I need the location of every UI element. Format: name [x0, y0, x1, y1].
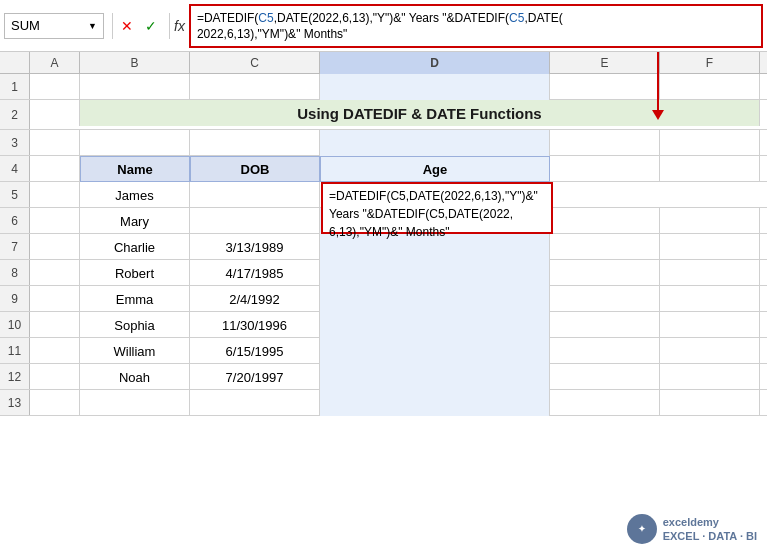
cell-a9[interactable]: [30, 286, 80, 312]
cell-f3[interactable]: [660, 130, 760, 156]
cell-c3[interactable]: [190, 130, 320, 156]
row-13: 13: [0, 390, 767, 416]
col-header-b[interactable]: B: [80, 52, 190, 74]
cell-d1[interactable]: [320, 74, 550, 100]
dob-noah: 7/20/1997: [226, 370, 284, 385]
cell-a11[interactable]: [30, 338, 80, 364]
name-emma: Emma: [116, 292, 154, 307]
cell-a3[interactable]: [30, 130, 80, 156]
cell-f6[interactable]: [660, 208, 760, 234]
cell-a8[interactable]: [30, 260, 80, 286]
cell-e1[interactable]: [550, 74, 660, 100]
cell-f4[interactable]: [660, 156, 760, 182]
watermark-icon: ✦: [638, 524, 646, 534]
cell-e10[interactable]: [550, 312, 660, 338]
cell-name-header[interactable]: Name: [80, 156, 190, 182]
row-num-2: 2: [0, 100, 30, 129]
cell-f12[interactable]: [660, 364, 760, 390]
watermark-line2: EXCEL · DATA · BI: [663, 529, 757, 543]
cell-name-james[interactable]: James: [80, 182, 190, 208]
cell-a10[interactable]: [30, 312, 80, 338]
cell-name-william[interactable]: William: [80, 338, 190, 364]
column-headers: A B C D E F: [0, 52, 767, 74]
cell-a7[interactable]: [30, 234, 80, 260]
cell-d8[interactable]: [320, 260, 550, 286]
col-header-a[interactable]: A: [30, 52, 80, 74]
cell-f13[interactable]: [660, 390, 760, 416]
cell-f11[interactable]: [660, 338, 760, 364]
cell-d3[interactable]: [320, 130, 550, 156]
cell-b13[interactable]: [80, 390, 190, 416]
cell-dob-sophia[interactable]: 11/30/1996: [190, 312, 320, 338]
cell-a12[interactable]: [30, 364, 80, 390]
cell-a1[interactable]: [30, 74, 80, 100]
cell-name-robert[interactable]: Robert: [80, 260, 190, 286]
cell-name-noah[interactable]: Noah: [80, 364, 190, 390]
formula-input[interactable]: =DATEDIF(C5,DATE(2022,6,13),"Y")&" Years…: [189, 4, 763, 48]
cell-c1[interactable]: [190, 74, 320, 100]
cell-e4[interactable]: [550, 156, 660, 182]
cell-f8[interactable]: [660, 260, 760, 286]
formula-cell-text: =DATEDIF(C5,DATE(2022,6,13),"Y")&" Years…: [329, 187, 545, 241]
cell-f10[interactable]: [660, 312, 760, 338]
cell-e6[interactable]: [550, 208, 660, 234]
cell-f7[interactable]: [660, 234, 760, 260]
cell-age-header[interactable]: Age: [320, 156, 550, 182]
col-header-f[interactable]: F: [660, 52, 760, 74]
cell-d13[interactable]: [320, 390, 550, 416]
watermark-line1: exceldemy: [663, 515, 757, 529]
cell-e13[interactable]: [550, 390, 660, 416]
row-num-3: 3: [0, 130, 30, 155]
cell-name-emma[interactable]: Emma: [80, 286, 190, 312]
row-num-11: 11: [0, 338, 30, 363]
cell-dob-james[interactable]: [190, 182, 320, 208]
confirm-icon[interactable]: ✓: [141, 18, 161, 34]
cell-d11[interactable]: [320, 338, 550, 364]
row-num-5: 5: [0, 182, 30, 207]
cell-c13[interactable]: [190, 390, 320, 416]
cell-e8[interactable]: [550, 260, 660, 286]
cell-a6[interactable]: [30, 208, 80, 234]
cell-dob-mary[interactable]: [190, 208, 320, 234]
cell-name-mary[interactable]: Mary: [80, 208, 190, 234]
cell-e9[interactable]: [550, 286, 660, 312]
cell-e3[interactable]: [550, 130, 660, 156]
cell-d9[interactable]: [320, 286, 550, 312]
cell-f1[interactable]: [660, 74, 760, 100]
row-10: 10 Sophia 11/30/1996: [0, 312, 767, 338]
cell-formula-d5[interactable]: =DATEDIF(C5,DATE(2022,6,13),"Y")&" Years…: [321, 182, 553, 234]
col-header-e[interactable]: E: [550, 52, 660, 74]
cell-b3[interactable]: [80, 130, 190, 156]
cell-dob-noah[interactable]: 7/20/1997: [190, 364, 320, 390]
cell-dob-charlie[interactable]: 3/13/1989: [190, 234, 320, 260]
name-box[interactable]: SUM ▼: [4, 13, 104, 39]
red-arrow-annotation: [657, 52, 659, 112]
row-num-13: 13: [0, 390, 30, 415]
cell-b1[interactable]: [80, 74, 190, 100]
cell-a5[interactable]: [30, 182, 80, 208]
row-num-6: 6: [0, 208, 30, 233]
col-header-d[interactable]: D: [320, 52, 550, 74]
cell-a4[interactable]: [30, 156, 80, 182]
name-box-value: SUM: [11, 18, 40, 33]
cell-e7[interactable]: [550, 234, 660, 260]
row-num-12: 12: [0, 364, 30, 389]
cell-dob-robert[interactable]: 4/17/1985: [190, 260, 320, 286]
cell-f9[interactable]: [660, 286, 760, 312]
cell-dob-william[interactable]: 6/15/1995: [190, 338, 320, 364]
col-header-c[interactable]: C: [190, 52, 320, 74]
cell-e11[interactable]: [550, 338, 660, 364]
cell-name-charlie[interactable]: Charlie: [80, 234, 190, 260]
cell-d10[interactable]: [320, 312, 550, 338]
name-james: James: [115, 188, 153, 203]
cancel-icon[interactable]: ✕: [117, 18, 137, 34]
name-box-dropdown-icon[interactable]: ▼: [88, 21, 97, 31]
cell-dob-emma[interactable]: 2/4/1992: [190, 286, 320, 312]
dob-charlie: 3/13/1989: [226, 240, 284, 255]
cell-dob-header[interactable]: DOB: [190, 156, 320, 182]
cell-name-sophia[interactable]: Sophia: [80, 312, 190, 338]
cell-e12[interactable]: [550, 364, 660, 390]
cell-a2[interactable]: [30, 100, 80, 126]
cell-a13[interactable]: [30, 390, 80, 416]
cell-d12[interactable]: [320, 364, 550, 390]
